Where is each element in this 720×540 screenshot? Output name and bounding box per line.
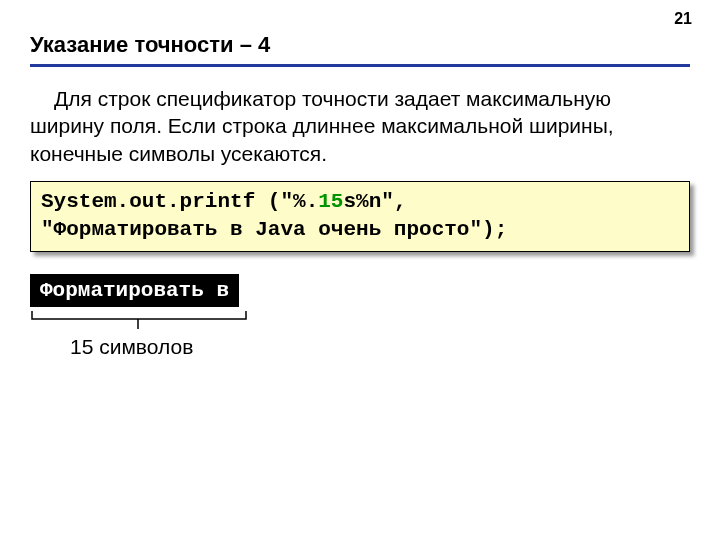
code-highlight: 15 xyxy=(318,190,343,213)
page-number: 21 xyxy=(674,10,692,28)
paragraph-text: Для строк спецификатор точности задает м… xyxy=(30,87,614,165)
title-underline xyxy=(30,64,690,67)
bracket-icon xyxy=(30,309,250,331)
output-block: Форматировать в xyxy=(30,274,239,307)
code-line2: "Форматировать в Java очень просто"); xyxy=(41,218,507,241)
slide-title: Указание точности – 4 xyxy=(30,32,690,58)
code-post: s%n", xyxy=(343,190,406,213)
bracket xyxy=(30,309,690,331)
code-block: System.out.printf ("%.15s%n", "Форматиро… xyxy=(30,181,690,252)
bracket-caption: 15 символов xyxy=(70,335,690,359)
body-paragraph: Для строк спецификатор точности задает м… xyxy=(30,85,690,167)
code-pre: System.out.printf ("%. xyxy=(41,190,318,213)
